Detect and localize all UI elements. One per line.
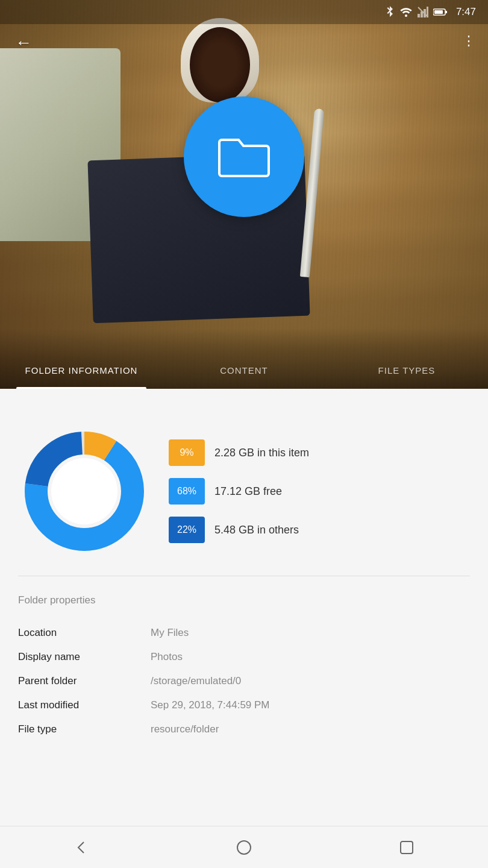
- battery-icon: [433, 8, 448, 16]
- legend-badge-this: 9%: [169, 439, 205, 466]
- folder-icon: [217, 135, 271, 178]
- donut-chart: [18, 425, 151, 558]
- property-row-display-name: Display name Photos: [18, 645, 470, 669]
- property-value-location: My Files: [151, 627, 470, 639]
- property-value-display-name: Photos: [151, 651, 470, 663]
- legend-text-free: 17.12 GB free: [214, 485, 282, 498]
- hero-section: 7:47 ← ⋮ FOLDER INFORMATION CONTENT FILE…: [0, 0, 488, 389]
- bottom-navigation: [0, 826, 488, 868]
- property-row-last-modified: Last modified Sep 29, 2018, 7:44:59 PM: [18, 693, 470, 717]
- property-row-location: Location My Files: [18, 621, 470, 645]
- legend-item-free: 68% 17.12 GB free: [169, 478, 470, 505]
- tab-folder-information[interactable]: FOLDER INFORMATION: [0, 365, 163, 389]
- section-divider: [18, 576, 470, 576]
- property-label-last-modified: Last modified: [18, 699, 139, 711]
- property-row-file-type: File type resource/folder: [18, 717, 470, 741]
- content-area: 9% 2.28 GB in this item 68% 17.12 GB fre…: [0, 389, 488, 814]
- svg-rect-14: [401, 841, 413, 854]
- back-button[interactable]: ←: [15, 33, 32, 52]
- status-bar: 7:47: [0, 0, 488, 24]
- folder-icon-circle: [184, 96, 304, 217]
- tab-bar: FOLDER INFORMATION CONTENT FILE TYPES: [0, 329, 488, 389]
- property-label-parent-folder: Parent folder: [18, 675, 139, 687]
- storage-legend: 9% 2.28 GB in this item 68% 17.12 GB fre…: [169, 439, 470, 543]
- legend-text-this: 2.28 GB in this item: [214, 447, 309, 459]
- svg-point-13: [237, 841, 251, 854]
- section-title: Folder properties: [18, 594, 470, 606]
- tab-content[interactable]: CONTENT: [163, 365, 325, 389]
- legend-item-others: 22% 5.48 GB in others: [169, 517, 470, 543]
- signal-icon: [418, 7, 428, 17]
- property-value-last-modified: Sep 29, 2018, 7:44:59 PM: [151, 699, 470, 711]
- property-label-display-name: Display name: [18, 651, 139, 663]
- more-options-button[interactable]: ⋮: [462, 33, 476, 49]
- coffee-cup-decoration: [181, 18, 259, 102]
- tab-file-types[interactable]: FILE TYPES: [325, 365, 488, 389]
- nav-recent-button[interactable]: [389, 829, 425, 866]
- nav-back-button[interactable]: [63, 829, 99, 866]
- status-icons: 7:47: [385, 6, 476, 18]
- bluetooth-icon: [385, 6, 395, 18]
- property-value-file-type: resource/folder: [151, 723, 470, 735]
- legend-item-this: 9% 2.28 GB in this item: [169, 439, 470, 466]
- bottom-spacer: [18, 753, 470, 802]
- svg-rect-7: [434, 10, 443, 14]
- legend-badge-others: 22%: [169, 517, 205, 543]
- storage-chart-section: 9% 2.28 GB in this item 68% 17.12 GB fre…: [18, 407, 470, 570]
- legend-text-others: 5.48 GB in others: [214, 524, 299, 536]
- property-row-parent-folder: Parent folder /storage/emulated/0: [18, 669, 470, 693]
- svg-rect-0: [418, 14, 420, 17]
- svg-point-12: [51, 458, 117, 524]
- property-label-file-type: File type: [18, 723, 139, 735]
- wifi-icon: [399, 7, 413, 17]
- legend-badge-free: 68%: [169, 478, 205, 505]
- property-label-location: Location: [18, 627, 139, 639]
- folder-properties-section: Folder properties Location My Files Disp…: [18, 582, 470, 753]
- nav-home-button[interactable]: [226, 829, 262, 866]
- property-value-parent-folder: /storage/emulated/0: [151, 675, 470, 687]
- svg-rect-6: [445, 11, 447, 13]
- status-time: 7:47: [456, 6, 476, 18]
